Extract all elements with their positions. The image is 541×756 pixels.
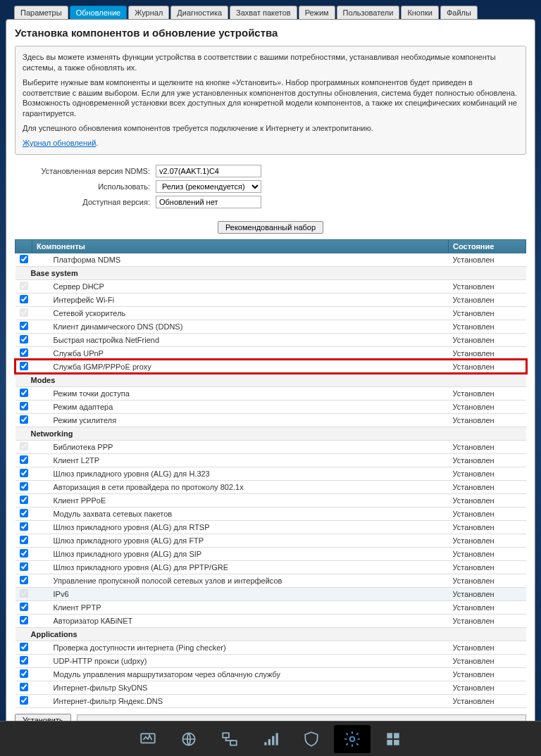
row-name: UDP-HTTP прокси (udpxy) xyxy=(32,654,449,667)
row-checkbox[interactable] xyxy=(20,295,28,303)
row-checkbox xyxy=(20,308,28,317)
row-checkbox[interactable] xyxy=(20,322,28,330)
info-p1: Здесь вы можете изменять функции устройс… xyxy=(23,52,518,73)
tab-0[interactable]: Параметры xyxy=(14,6,68,19)
table-row: Модуль захвата сетевых пакетовУстановлен xyxy=(15,507,526,520)
row-checkbox[interactable] xyxy=(20,335,28,344)
row-state: Установлен xyxy=(449,293,526,306)
table-row: Режим усилителяУстановлен xyxy=(15,413,526,427)
row-checkbox xyxy=(20,589,28,598)
tab-1[interactable]: Обновление xyxy=(70,6,128,19)
info-p2: Выберите нужные вам компоненты и щелкнит… xyxy=(23,77,518,119)
th-check xyxy=(15,239,32,253)
row-checkbox[interactable] xyxy=(20,616,28,624)
row-checkbox[interactable] xyxy=(20,496,28,504)
row-name: Быстрая настройка NetFriend xyxy=(32,333,449,346)
recommended-set-button[interactable]: Рекомендованный набор xyxy=(218,221,323,234)
row-checkbox[interactable] xyxy=(20,522,28,531)
row-checkbox[interactable] xyxy=(20,402,28,410)
table-row: Интернет-фильтр SkyDNSУстановлен xyxy=(15,681,526,694)
row-name: Служба UPnP xyxy=(32,346,449,360)
row-checkbox[interactable] xyxy=(20,482,28,491)
row-checkbox[interactable] xyxy=(20,683,28,691)
lbl-avail: Доступная версия: xyxy=(15,198,156,206)
row-name: Авторизация в сети провайдера по протоко… xyxy=(32,480,449,493)
tab-7[interactable]: Кнопки xyxy=(401,6,439,19)
table-row: UDP-HTTP прокси (udpxy)Установлен xyxy=(15,654,526,667)
row-checkbox[interactable] xyxy=(20,455,28,464)
row-state: Установлен xyxy=(449,614,526,627)
nav-monitor-icon[interactable] xyxy=(130,725,166,753)
table-row: Клиент динамического DNS (DDNS)Установле… xyxy=(15,320,526,333)
row-name: Библиотека PPP xyxy=(32,440,449,453)
row-state: Установлен xyxy=(449,560,526,574)
version-input[interactable] xyxy=(156,165,261,177)
row-checkbox[interactable] xyxy=(20,362,28,370)
nav-gear-icon[interactable] xyxy=(334,725,371,753)
row-checkbox[interactable] xyxy=(20,643,28,651)
row-checkbox[interactable] xyxy=(20,549,28,557)
row-name: Клиент PPTP xyxy=(32,600,449,614)
row-state: Установлен xyxy=(449,574,526,587)
row-name: IPv6 xyxy=(32,587,449,600)
table-row: Быстрая настройка NetFriendУстановлен xyxy=(15,333,526,346)
row-checkbox[interactable] xyxy=(20,603,28,611)
nav-globe-icon[interactable] xyxy=(170,725,207,753)
svg-rect-5 xyxy=(268,739,270,745)
row-checkbox[interactable] xyxy=(20,348,28,357)
row-checkbox[interactable] xyxy=(20,255,28,263)
table-row: Авторизация в сети провайдера по протоко… xyxy=(15,480,526,493)
svg-rect-6 xyxy=(272,736,274,745)
table-row: Управление пропускной полосой сетевых уз… xyxy=(15,574,526,587)
row-checkbox[interactable] xyxy=(20,576,28,584)
tab-2[interactable]: Журнал xyxy=(128,6,169,19)
svg-rect-7 xyxy=(276,733,278,745)
row-state: Установлен xyxy=(449,306,526,320)
avail-input[interactable] xyxy=(156,196,261,208)
nav-signal-icon[interactable] xyxy=(252,725,289,753)
row-name: Управление пропускной полосой сетевых уз… xyxy=(32,574,449,587)
row-name: Клиент PPPoE xyxy=(32,493,449,507)
svg-rect-2 xyxy=(223,733,229,738)
row-checkbox[interactable] xyxy=(20,656,28,664)
row-state: Установлен xyxy=(449,587,526,600)
table-row: Клиент L2TPУстановлен xyxy=(15,453,526,467)
row-state: Установлен xyxy=(449,694,526,707)
tab-8[interactable]: Файлы xyxy=(440,6,478,19)
svg-rect-12 xyxy=(394,740,399,745)
tab-4[interactable]: Захват пакетов xyxy=(230,6,297,19)
row-name: Шлюз прикладного уровня (ALG) для H.323 xyxy=(32,467,449,480)
row-checkbox[interactable] xyxy=(20,536,28,544)
update-log-link[interactable]: Журнал обновлений xyxy=(23,139,96,147)
row-checkbox[interactable] xyxy=(20,696,28,705)
page-title: Установка компонентов и обновление устро… xyxy=(15,27,526,39)
row-checkbox[interactable] xyxy=(20,669,28,678)
table-row: Клиент PPTPУстановлен xyxy=(15,600,526,614)
row-state: Установлен xyxy=(449,600,526,614)
row-state: Установлен xyxy=(449,641,526,654)
info-p3: Для успешного обновления компонентов тре… xyxy=(23,123,518,134)
row-name: Режим усилителя xyxy=(32,413,449,427)
lbl-version: Установленная версия NDMS: xyxy=(15,167,156,175)
row-checkbox[interactable] xyxy=(20,509,28,517)
row-checkbox[interactable] xyxy=(20,389,28,397)
row-state: Установлен xyxy=(449,413,526,427)
row-checkbox[interactable] xyxy=(20,562,28,571)
group-row: Applications xyxy=(15,627,526,641)
th-components: Компоненты xyxy=(32,239,449,253)
table-row: Модуль управления маршрутизатором через … xyxy=(15,667,526,681)
nav-apps-icon[interactable] xyxy=(375,725,411,753)
use-select[interactable]: Релиз (рекомендуется) xyxy=(156,180,261,193)
svg-rect-3 xyxy=(230,741,237,745)
top-tabs: ПараметрыОбновлениеЖурналДиагностикаЗахв… xyxy=(14,6,535,19)
form-area: Установленная версия NDMS: Использовать:… xyxy=(15,165,526,208)
tab-5[interactable]: Режим xyxy=(299,6,335,19)
row-checkbox[interactable] xyxy=(20,469,28,477)
nav-shield-icon[interactable] xyxy=(293,725,330,753)
tab-3[interactable]: Диагностика xyxy=(170,6,228,19)
row-name: Шлюз прикладного уровня (ALG) для PPTP/G… xyxy=(32,560,449,574)
nav-network-icon[interactable] xyxy=(211,725,248,753)
tab-6[interactable]: Пользователи xyxy=(337,6,400,19)
row-checkbox[interactable] xyxy=(20,415,28,424)
th-state: Состояние xyxy=(449,239,526,253)
